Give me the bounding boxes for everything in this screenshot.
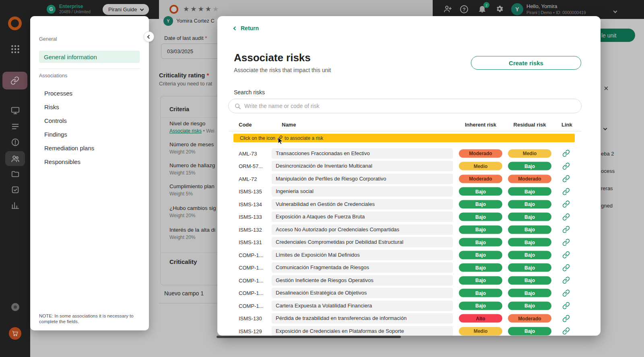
inherent-risk-badge: Bajo	[459, 213, 502, 221]
inherent-risk-badge: Bajo	[459, 251, 502, 259]
associate-risk-link-icon[interactable]	[561, 251, 570, 259]
risk-name: Manipulación de Perfiles de Riesgo Corpo…	[272, 174, 453, 184]
sidebar-item-general-information[interactable]: General information	[39, 51, 140, 63]
associate-risk-link-icon[interactable]	[561, 289, 570, 297]
table-row: ISMS-129 Exposición de Credenciales en P…	[217, 325, 601, 336]
risk-name: Ingenieria social	[272, 186, 453, 197]
associate-risk-link-icon[interactable]	[561, 200, 570, 209]
page-subtitle: Associate the risks that impact this uni…	[234, 67, 331, 73]
residual-risk-badge: Moderado	[508, 314, 551, 323]
risk-code: ISMS-134	[239, 201, 262, 207]
inherent-risk-badge: Bajo	[459, 200, 502, 208]
inherent-risk-badge: Medio	[459, 162, 502, 170]
risk-code: ISMS-133	[239, 214, 262, 220]
associations-panel: General General information Associations…	[30, 16, 149, 330]
associate-risk-link-icon[interactable]	[561, 187, 570, 196]
associate-risk-link-icon[interactable]	[561, 225, 570, 234]
screen: G Enterprise 20489 / Unlimited Pirani Gu…	[0, 0, 644, 357]
inherent-risk-badge: Bajo	[459, 238, 502, 247]
table-row: ISMS-133 Exposición a Ataques de Fuerza …	[217, 211, 601, 224]
associate-risk-link-icon[interactable]	[561, 276, 570, 285]
associate-risk-link-icon[interactable]	[561, 238, 570, 247]
risk-code: COMP-1...	[239, 303, 263, 309]
risk-name: Desalineación Estratégica de Objetivos	[272, 288, 453, 298]
create-risks-button[interactable]: Create risks	[471, 56, 581, 70]
risk-code: AML-73	[239, 150, 257, 156]
column-header-residual-risk: Residual risk	[508, 122, 551, 128]
risk-code: ISMS-135	[239, 189, 262, 195]
associations-menu: Processes Risks Controls Findings Remedi…	[30, 86, 149, 168]
residual-risk-badge: Bajo	[508, 289, 551, 297]
associate-risks-modal: Return Associate risks Associate the ris…	[217, 16, 601, 336]
section-label-general: General	[39, 36, 57, 42]
associate-hint-banner: Click on the icon to associate a risk	[233, 134, 575, 142]
inherent-risk-badge: Bajo	[459, 276, 502, 284]
sidebar-item-remediation-plans[interactable]: Remediation plans	[30, 141, 149, 155]
sidebar-item-risks[interactable]: Risks	[30, 100, 149, 114]
inherent-risk-badge: Moderado	[459, 174, 502, 183]
residual-risk-badge: Bajo	[508, 213, 551, 221]
search-box	[228, 99, 582, 113]
risk-code: AML-72	[239, 176, 257, 182]
associate-risk-link-icon[interactable]	[561, 162, 570, 170]
risk-code: COMP-1...	[239, 290, 263, 296]
risk-code: ORM-57...	[239, 163, 263, 169]
table-row: ISMS-135 Ingenieria social Bajo Bajo	[217, 185, 601, 198]
residual-risk-badge: Bajo	[508, 264, 551, 272]
sidebar-item-findings[interactable]: Findings	[30, 127, 149, 141]
associate-risk-link-icon[interactable]	[561, 174, 570, 183]
risk-name: Vulnerabilidad en Gestión de Credenciale…	[272, 199, 453, 210]
risk-code: COMP-1...	[239, 277, 263, 283]
risk-name: Acceso No Autorizado por Credenciales Co…	[272, 224, 453, 235]
associate-risk-link-icon[interactable]	[561, 314, 570, 323]
associate-risk-link-icon[interactable]	[561, 149, 570, 158]
table-row: COMP-1... Comunicación Fragmentada de Ri…	[217, 262, 601, 274]
sidebar-item-processes[interactable]: Processes	[30, 86, 149, 100]
collapse-panel-button[interactable]	[144, 31, 154, 42]
sidebar-item-responsibles[interactable]: Responsibles	[30, 155, 149, 168]
residual-risk-badge: Bajo	[508, 327, 551, 335]
mouse-cursor	[278, 137, 283, 146]
sidebar-item-controls[interactable]: Controls	[30, 114, 149, 127]
divider	[39, 68, 140, 69]
table-row: ISMS-131 Credenciales Comprometidas por …	[217, 236, 601, 249]
inherent-risk-badge: Bajo	[459, 225, 502, 234]
table-row: ORM-57... Desincronización de Inventario…	[217, 160, 601, 173]
risk-code: COMP-1...	[239, 265, 263, 271]
return-button[interactable]: Return	[234, 25, 259, 31]
residual-risk-badge: Bajo	[508, 276, 551, 284]
risk-name: Cartera Expuesta a Volatilidad Financier…	[272, 301, 453, 311]
table-row: COMP-1... Límites de Exposición Mal Defi…	[217, 249, 601, 262]
table-row: ISMS-130 Pérdida de trazabilidad en tran…	[217, 312, 601, 325]
inherent-risk-badge: Alto	[459, 314, 502, 323]
residual-risk-badge: Bajo	[508, 187, 551, 196]
residual-risk-badge: Medio	[508, 149, 551, 158]
risk-name: Límites de Exposición Mal Definidos	[272, 250, 453, 260]
risk-code: ISMS-131	[239, 239, 262, 245]
column-header-link: Link	[561, 122, 572, 128]
residual-risk-badge: Bajo	[508, 238, 551, 247]
risk-name: Credenciales Comprometidas por Debilidad…	[272, 237, 453, 247]
search-risks-label: Search risks	[234, 89, 265, 95]
risk-table-body: AML-73 Transacciones Fraccionadas en Efe…	[217, 147, 601, 336]
residual-risk-badge: Bajo	[508, 251, 551, 259]
inherent-risk-badge: Bajo	[459, 264, 502, 272]
risk-code: ISMS-132	[239, 226, 262, 232]
page-title: Associate risks	[234, 52, 311, 64]
column-header-inherent-risk: Inherent risk	[459, 122, 502, 128]
search-input[interactable]	[244, 103, 581, 109]
table-row: AML-73 Transacciones Fraccionadas en Efe…	[217, 147, 601, 160]
inherent-risk-badge: Bajo	[459, 289, 502, 297]
inherent-risk-badge: Medio	[459, 327, 502, 335]
risk-name: Comunicación Fragmentada de Riesgos	[272, 262, 453, 273]
risk-name: Transacciones Fraccionadas en Efectivo	[272, 148, 453, 159]
risk-code: ISMS-130	[239, 315, 262, 322]
residual-risk-badge: Bajo	[508, 162, 551, 170]
associate-risk-link-icon[interactable]	[561, 327, 570, 336]
associate-risk-link-icon[interactable]	[561, 212, 570, 221]
risk-name: Gestión Ineficiente de Riesgos Operativo…	[272, 275, 453, 286]
associate-risk-link-icon[interactable]	[561, 263, 570, 272]
associate-risk-link-icon[interactable]	[561, 301, 570, 310]
section-label-associations: Associations	[39, 73, 67, 79]
risk-name: Pérdida de trazabilidad en transferencia…	[272, 313, 453, 324]
